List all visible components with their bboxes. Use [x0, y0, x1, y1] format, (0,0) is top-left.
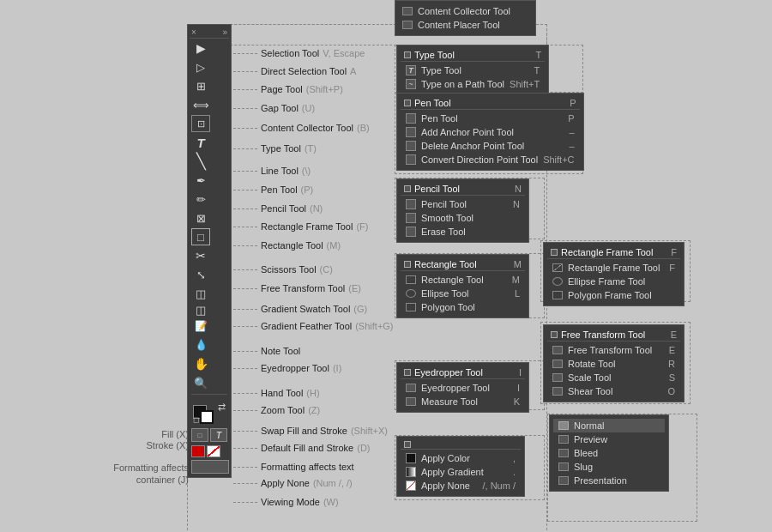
note-tool-label: Note Tool	[233, 346, 300, 356]
rect-frame-tool-label: Rectangle Frame Tool (F)	[233, 221, 368, 232]
apply-none-label: Apply None (Num /, /)	[233, 478, 353, 488]
convert-direction-popup-item[interactable]: Convert Direction Point Tool Shift+C	[401, 153, 580, 166]
rect-frame-tool-popup: Rectangle Frame Tool F Rectangle Frame T…	[543, 242, 685, 306]
gradient-feather-tool-label: Gradient Feather Tool (Shift+G)	[233, 321, 394, 331]
slug-mode-item[interactable]: Slug	[553, 460, 665, 474]
type-on-path-popup-item[interactable]: ~ Type on a Path Tool Shift+T	[401, 77, 545, 91]
apply-color-item[interactable]: Apply Color ,	[401, 451, 521, 465]
free-transform-popup-item[interactable]: Free Transform Tool E	[547, 343, 680, 357]
close-icon[interactable]: ×	[191, 27, 196, 37]
zoom-tool-label: Zoom Tool (Z)	[233, 405, 320, 415]
page-tool-icon[interactable]: ⊞	[190, 76, 229, 95]
eyedropper-popup-item[interactable]: Eyedropper Tool I	[401, 381, 525, 395]
direct-selection-tool-label: Direct Selection Tool A	[233, 66, 356, 76]
pen-tool-popup-item[interactable]: Pen Tool P	[401, 112, 580, 125]
type-tool-icon[interactable]: T	[190, 133, 229, 152]
swap-fill-stroke-btn[interactable]: ⇄	[218, 402, 226, 413]
content-placer-popup-item[interactable]: Content Placer Tool	[399, 18, 532, 32]
stroke-swatch[interactable]	[200, 410, 214, 424]
content-collector-tool-icon[interactable]: ⊡	[190, 114, 229, 133]
pen-tool-popup: Pen Tool P Pen Tool P Add Anchor Point T…	[396, 93, 584, 171]
pencil-tool-icon[interactable]: ✏	[190, 190, 229, 209]
page-tool-label: Page Tool (Shift+P)	[233, 84, 343, 94]
rect-tool-popup: Rectangle Tool M Rectangle Tool M Ellips…	[396, 254, 529, 318]
rect-tool-popup-item[interactable]: Rectangle Tool M	[401, 273, 525, 287]
polygon-frame-popup-item[interactable]: Polygon Frame Tool	[547, 288, 680, 302]
gradient-swatch-tool-icon[interactable]: ◫	[190, 284, 229, 303]
rect-tool-label: Rectangle Tool (M)	[233, 240, 341, 251]
viewing-mode-btn[interactable]	[191, 460, 229, 474]
scale-tool-popup-item[interactable]: Scale Tool S	[547, 371, 680, 384]
apply-none-btn[interactable]	[207, 445, 220, 457]
default-fill-stroke-label: Default Fill and Stroke (D)	[233, 443, 371, 453]
formatting-label: Formatting affectscontainer (J)	[64, 462, 189, 487]
hand-tool-label: Hand Tool (H)	[233, 388, 320, 398]
rect-tool-icon[interactable]: □	[190, 227, 229, 246]
ellipse-frame-popup-item[interactable]: Ellipse Frame Tool	[547, 275, 680, 288]
apply-color-popup: Apply Color , Apply Gradient . Apply Non…	[396, 436, 525, 497]
ellipse-tool-popup-item[interactable]: Ellipse Tool L	[401, 287, 525, 300]
normal-mode-item[interactable]: Normal	[553, 419, 665, 432]
free-transform-tool-label: Free Transform Tool (E)	[233, 283, 361, 293]
pencil-tool-label: Pencil Tool (N)	[233, 203, 323, 214]
type-popup-title: Type Tool	[414, 50, 455, 60]
free-transform-popup: Free Transform Tool E Free Transform Too…	[543, 324, 685, 402]
selection-tool-label: Selection Tool V, Escape	[233, 48, 365, 58]
apply-none-item[interactable]: Apply None /, Num /	[401, 479, 521, 493]
preview-mode-item[interactable]: Preview	[553, 432, 665, 446]
type-tool-popup: Type Tool T T Type Tool T ~ Type on a Pa…	[396, 45, 549, 95]
content-collector-popup: Content Collector Tool Content Placer To…	[395, 0, 536, 36]
scissors-tool-icon[interactable]: ✂	[190, 246, 229, 265]
free-transform-popup-title: Free Transform Tool	[561, 329, 645, 340]
rect-frame-popup-title: Rectangle Frame Tool	[561, 247, 653, 257]
expand-icon[interactable]: »	[222, 27, 227, 37]
panel-header: × »	[190, 27, 229, 39]
type-tool-popup-item[interactable]: T Type Tool T	[401, 63, 545, 77]
eyedropper-tool-icon[interactable]: 💧	[190, 336, 229, 354]
apply-gradient-item[interactable]: Apply Gradient .	[401, 465, 521, 479]
formatting-container-btn[interactable]: □	[191, 428, 208, 442]
rect-frame-tool-icon[interactable]: ⊠	[190, 209, 229, 227]
add-anchor-popup-item[interactable]: Add Anchor Point Tool –	[401, 125, 580, 139]
erase-tool-popup-item[interactable]: Erase Tool	[401, 225, 525, 239]
rect-popup-title: Rectangle Tool	[414, 259, 477, 269]
measure-tool-popup-item[interactable]: Measure Tool K	[401, 395, 525, 408]
eyedropper-tool-label: Eyedropper Tool (I)	[233, 363, 341, 373]
selection-tool-icon[interactable]: ▶	[190, 39, 229, 57]
free-transform-tool-icon[interactable]: ⤡	[190, 265, 229, 284]
content-collector-popup-item[interactable]: Content Collector Tool	[399, 4, 532, 18]
delete-anchor-popup-item[interactable]: Delete Anchor Point Tool –	[401, 139, 580, 153]
apply-color-swatch[interactable]	[191, 445, 205, 457]
line-tool-icon[interactable]: ╲	[190, 152, 229, 171]
pencil-tool-popup-item[interactable]: Pencil Tool N	[401, 197, 525, 211]
type-tool-label: Type Tool (T)	[233, 143, 317, 154]
bleed-mode-item[interactable]: Bleed	[553, 446, 665, 460]
pen-popup-title: Pen Tool	[414, 98, 451, 108]
viewing-mode-popup: Normal Preview Bleed Slug Presentation	[549, 414, 669, 492]
pen-tool-label: Pen Tool (P)	[233, 184, 313, 195]
shear-tool-popup-item[interactable]: Shear Tool O	[547, 384, 680, 398]
direct-selection-tool-icon[interactable]: ▷	[190, 57, 229, 76]
rect-frame-popup-item[interactable]: Rectangle Frame Tool F	[547, 261, 680, 275]
swap-fill-stroke-label: Swap Fill and Stroke (Shift+X)	[233, 426, 388, 436]
polygon-tool-popup-item[interactable]: Polygon Tool	[401, 300, 525, 314]
default-fill-stroke-btn[interactable]: ◻	[193, 415, 199, 424]
content-collector-tool-label: Content Collector Tool (B)	[233, 123, 370, 133]
gap-tool-label: Gap Tool (U)	[233, 103, 315, 113]
presentation-mode-item[interactable]: Presentation	[553, 474, 665, 487]
eyedropper-popup: Eyedropper Tool I Eyedropper Tool I Meas…	[396, 362, 529, 413]
rotate-tool-popup-item[interactable]: Rotate Tool R	[547, 357, 680, 371]
tool-panel: × » ▶ ▷ ⊞ ⟺ ⊡	[187, 24, 232, 478]
gradient-feather-tool-icon[interactable]: ◫	[190, 303, 229, 317]
hand-tool-icon[interactable]: ✋	[190, 354, 229, 373]
gap-tool-icon[interactable]: ⟺	[190, 95, 229, 114]
stroke-label: Stroke (X)	[94, 440, 189, 450]
viewing-mode-label: Viewing Mode (W)	[233, 497, 339, 507]
formatting-text-btn[interactable]: T	[210, 428, 227, 442]
pencil-tool-popup: Pencil Tool N Pencil Tool N Smooth Tool …	[396, 178, 529, 243]
zoom-tool-icon[interactable]: 🔍	[190, 373, 229, 392]
gradient-swatch-tool-label: Gradient Swatch Tool (G)	[233, 304, 367, 314]
pen-tool-icon[interactable]: ✒	[190, 171, 229, 190]
smooth-tool-popup-item[interactable]: Smooth Tool	[401, 211, 525, 225]
note-tool-icon[interactable]: 📝	[190, 317, 229, 336]
